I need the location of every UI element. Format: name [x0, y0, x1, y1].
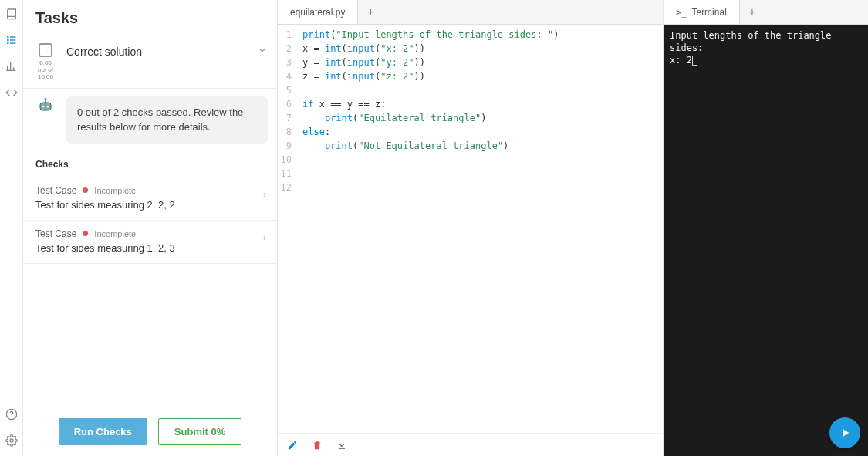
tasks-panel: Tasks 0.00 out of 10.00 Correct solution [23, 0, 278, 456]
help-icon[interactable] [5, 408, 18, 421]
terminal-panel: >_ Terminal + Input lengths of the trian… [664, 0, 868, 456]
code-editor[interactable]: 123456789101112 print("Input lengths of … [278, 25, 663, 433]
svg-point-12 [10, 439, 13, 442]
trash-icon[interactable] [312, 440, 323, 451]
check-label: Test Case [35, 228, 76, 239]
editor-tab[interactable]: equilateral.py [278, 0, 358, 24]
book-icon[interactable] [5, 8, 18, 20]
add-terminal-tab-button[interactable]: + [740, 0, 765, 24]
task-title: Correct solution [66, 46, 142, 58]
code-content[interactable]: print("Input lengths of the triangle sid… [296, 25, 663, 433]
svg-point-4 [7, 39, 8, 40]
code-icon[interactable] [5, 86, 18, 99]
svg-point-14 [42, 106, 45, 108]
svg-point-5 [7, 42, 8, 43]
check-label: Test Case [35, 185, 76, 196]
task-checkbox[interactable] [39, 43, 52, 57]
terminal-tab-label: Terminal [691, 7, 726, 18]
chevron-right-icon: › [263, 231, 266, 243]
terminal-tab-bar: >_ Terminal + [664, 0, 868, 25]
list-icon[interactable] [5, 34, 18, 46]
line-number-gutter: 123456789101112 [278, 25, 296, 433]
download-icon[interactable] [336, 440, 347, 451]
gear-icon[interactable] [5, 434, 18, 447]
svg-point-15 [47, 106, 49, 108]
task-title-row: Correct solution [66, 43, 268, 58]
app-root: Tasks 0.00 out of 10.00 Correct solution [0, 0, 868, 456]
submit-button[interactable]: Submit 0% [158, 418, 241, 445]
tasks-body: 0.00 out of 10.00 Correct solution [23, 35, 277, 407]
check-item[interactable]: Test CaseIncompleteTest for sides measur… [23, 177, 277, 221]
run-checks-button[interactable]: Run Checks [59, 418, 147, 445]
check-description: Test for sides measuring 1, 2, 3 [35, 242, 265, 254]
status-dot-icon [83, 231, 88, 236]
edit-icon[interactable] [287, 440, 298, 451]
task-item[interactable]: 0.00 out of 10.00 Correct solution [23, 35, 277, 89]
tasks-heading: Tasks [23, 0, 277, 35]
tasks-footer: Run Checks Submit 0% [23, 407, 277, 456]
task-score: 0.00 out of 10.00 [38, 60, 53, 80]
check-header: Test CaseIncomplete [35, 228, 265, 239]
terminal-icon: >_ [676, 7, 687, 18]
check-status: Incomplete [94, 229, 136, 238]
task-check-column: 0.00 out of 10.00 [32, 43, 59, 80]
left-icon-bar [0, 0, 23, 456]
status-dot-icon [83, 187, 88, 193]
svg-point-17 [45, 98, 47, 100]
editor-panel: equilateral.py + 123456789101112 print("… [278, 0, 664, 456]
checks-label: Checks [23, 154, 277, 177]
check-item[interactable]: Test CaseIncompleteTest for sides measur… [23, 221, 277, 264]
feedback-bubble: 0 out of 2 checks passed. Review the res… [66, 96, 268, 143]
terminal-tab[interactable]: >_ Terminal [664, 0, 740, 24]
chevron-right-icon: › [263, 188, 266, 200]
robot-column [32, 96, 59, 143]
chevron-down-icon[interactable] [257, 45, 268, 58]
check-description: Test for sides measuring 2, 2, 2 [35, 199, 265, 211]
add-tab-button[interactable]: + [358, 0, 383, 24]
editor-tab-bar: equilateral.py + [278, 0, 663, 25]
check-status: Incomplete [94, 186, 136, 195]
chart-icon[interactable] [5, 60, 18, 73]
svg-point-3 [7, 36, 8, 37]
terminal-output[interactable]: Input lengths of the triangle sides:x: 2 [664, 25, 868, 456]
play-button[interactable] [829, 417, 860, 448]
check-header: Test CaseIncomplete [35, 185, 265, 196]
robot-icon [36, 96, 55, 115]
svg-rect-13 [40, 103, 51, 110]
editor-footer [278, 433, 663, 456]
feedback-row: 0 out of 2 checks passed. Review the res… [23, 89, 277, 154]
